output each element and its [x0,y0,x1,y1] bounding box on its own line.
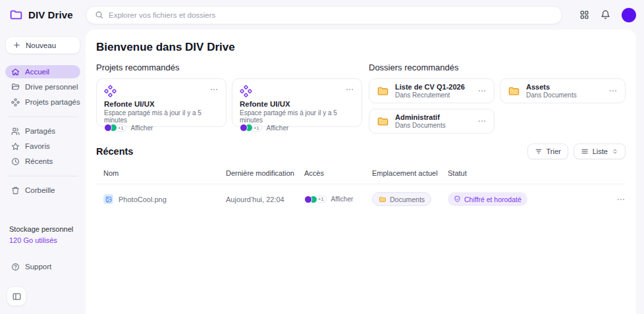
projects-section-title: Projets recommandés [96,63,362,72]
sort-button[interactable]: Trier [527,144,568,159]
project-cards: Refonte UI/UX Espace partagé mis à jour … [96,78,362,127]
new-button[interactable]: Nouveau [5,36,80,54]
folder-card-text: Assets Dans Documents [526,83,577,99]
project-card-top [104,85,219,97]
header-actions [579,8,636,22]
sidebar-item-recents[interactable]: Récents [5,155,80,168]
search-bar[interactable] [86,6,562,24]
collapse-sidebar-button[interactable] [7,286,26,306]
sidebar-item-label: Drive personnel [25,83,78,91]
table-row[interactable]: PhotoCool.png Aujourd’hui, 22:04 +1 Affi… [96,184,626,214]
folder-card-title: Administratif [395,113,446,121]
app-window: DIV Drive Nouveau A [0,0,644,314]
location-badge[interactable]: Documents [372,192,431,206]
more-options-icon[interactable] [477,117,487,126]
nodes-icon [11,98,20,107]
clock-icon [11,157,20,166]
project-card[interactable]: Refonte UI/UX Espace partagé mis à jour … [232,78,362,127]
sidebar-item-support[interactable]: Support [5,260,80,273]
sidebar-nav-main: Accueil Drive personnel Projets partagés [5,65,80,111]
show-members-link[interactable]: Afficher [267,124,289,132]
member-avatar [304,196,312,203]
sidebar-item-label: Support [25,263,51,271]
search-input[interactable] [109,11,553,19]
location-cell: Documents [372,192,448,206]
column-header-acces[interactable]: Accès [304,169,372,177]
apps-grid-icon[interactable] [579,10,589,20]
top-sections: Projets recommandés Refonte UI/UX Espace… [96,63,626,134]
brand-logo[interactable]: DIV Drive [9,8,86,22]
folder-icon [377,85,389,97]
bell-icon[interactable] [601,10,610,20]
folder-card[interactable]: Assets Dans Documents [500,78,626,103]
shield-check-icon [454,196,461,203]
access-cell: +1 Afficher [304,196,372,203]
nodes-icon [240,85,252,97]
people-icon [11,127,20,136]
sidebar-item-corbeille[interactable]: Corbeille [5,184,80,197]
user-avatar[interactable] [622,8,636,22]
folder-card-subtitle: Dans Recrutement [395,92,465,99]
search-icon [95,11,103,19]
sidebar: Nouveau Accueil Drive personnel Projets … [0,30,86,314]
brand-name: DIV Drive [28,9,73,20]
column-header-nom[interactable]: Nom [103,169,226,177]
panel-icon [12,292,22,301]
sidebar-item-label: Partagés [25,127,55,135]
sidebar-item-projets-partages[interactable]: Projets partagés [5,95,80,109]
sort-button-label: Trier [547,147,561,155]
view-mode-select[interactable]: Liste [574,144,626,159]
more-options-icon[interactable] [616,195,626,204]
sidebar-item-label: Projets partagés [25,98,80,106]
sidebar-item-accueil[interactable]: Accueil [5,65,80,78]
top-header: DIV Drive [0,0,644,30]
member-avatar [104,124,112,132]
recents-actions: Trier Liste [527,144,626,159]
sidebar-item-favoris[interactable]: Favoris [5,140,80,153]
file-name: PhotoCool.png [119,196,167,203]
more-options-icon[interactable] [209,85,219,94]
modified-cell: Aujourd’hui, 22:04 [226,196,304,203]
folder-logo-icon [9,8,23,22]
plus-icon [13,41,20,49]
project-card-top [240,85,354,97]
more-options-icon[interactable] [608,86,618,95]
show-access-link[interactable]: Afficher [331,196,354,203]
storage-usage[interactable]: 120 Go utilisés [9,236,80,244]
view-mode-label: Liste [593,147,608,155]
project-card-subtitle: Espace partagé mis à jour il y a 5 minut… [104,109,219,124]
sidebar-item-partages[interactable]: Partagés [5,124,80,138]
sidebar-nav-secondary: Partagés Favoris Récents [5,124,80,170]
column-header-modification[interactable]: Dernière modification [226,169,304,177]
image-file-icon [103,194,113,204]
sidebar-item-label: Accueil [25,68,49,76]
sidebar-item-label: Favoris [25,142,50,150]
folder-card[interactable]: Administratif Dans Documents [369,109,495,134]
column-header-emplacement[interactable]: Emplacement actuel [372,169,448,177]
project-card[interactable]: Refonte UI/UX Espace partagé mis à jour … [96,78,227,127]
star-icon [11,142,20,151]
folder-icon [508,85,520,97]
table-header-row: Nom Dernière modification Accès Emplacem… [96,163,626,184]
more-options-icon[interactable] [477,86,487,95]
recents-section: Récents Trier Liste [96,144,626,214]
nodes-icon [104,85,117,97]
sidebar-divider [8,176,78,176]
sidebar-item-label: Corbeille [25,186,55,194]
sidebar-divider [8,117,78,117]
project-card-title: Refonte UI/UX [240,100,354,108]
folder-icon [379,196,387,203]
sidebar-item-drive-personnel[interactable]: Drive personnel [5,80,80,93]
show-members-link[interactable]: Afficher [131,124,153,132]
location-label: Documents [390,196,425,203]
folder-card-subtitle: Dans Documents [526,92,577,99]
folders-section: Dossiers recommandés Liste de CV Q1-2026… [369,63,626,134]
body-row: Nouveau Accueil Drive personnel Projets … [0,30,644,314]
more-options-icon[interactable] [345,85,354,94]
column-header-statut[interactable]: Statut [448,169,602,177]
sidebar-spacer [5,199,80,225]
folder-card[interactable]: Liste de CV Q1-2026 Dans Recrutement [369,78,495,103]
help-icon [11,263,20,271]
page-title: Bienvenue dans DIV Drive [96,41,626,54]
sidebar-item-label: Récents [25,157,53,165]
